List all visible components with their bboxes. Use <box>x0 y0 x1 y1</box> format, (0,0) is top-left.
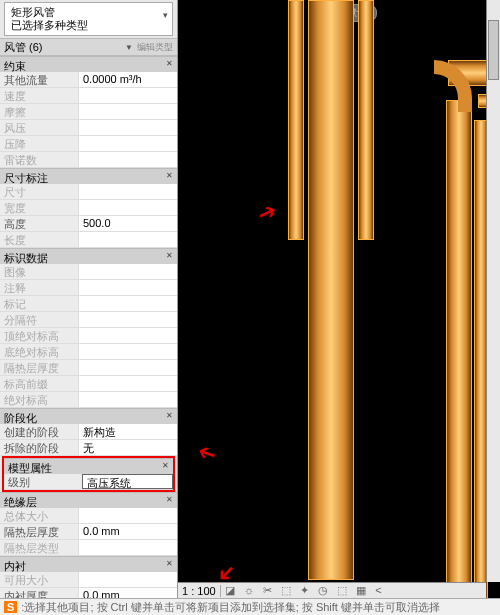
properties-panel: 矩形风管 已选择多种类型 风管 (6) ▼ 编辑类型 约束✕ 其他流量0.000… <box>0 0 178 598</box>
group-phasing[interactable]: 阶段化✕ <box>0 408 177 424</box>
viewport-scrollbar-vertical[interactable] <box>486 0 500 582</box>
group-lining[interactable]: 内衬✕ <box>0 556 177 572</box>
duct-segment[interactable] <box>446 100 472 598</box>
edit-type-button[interactable]: 编辑类型 <box>137 41 173 54</box>
group-constraints[interactable]: 约束✕ <box>0 56 177 72</box>
val-flow[interactable]: 0.0000 m³/h <box>78 72 177 87</box>
duct-segment[interactable] <box>288 0 304 240</box>
group-model[interactable]: 模型属性✕ <box>4 458 173 474</box>
val-height[interactable]: 500.0 <box>78 216 177 231</box>
type-subname: 已选择多种类型 <box>11 19 166 32</box>
view-scale[interactable]: 1 : 100 <box>178 585 221 597</box>
highlighted-group: 模型属性✕ 级别高压系统 <box>2 456 175 492</box>
type-selector[interactable]: 矩形风管 已选择多种类型 <box>4 2 173 36</box>
group-dims[interactable]: 尺寸标注✕ <box>0 168 177 184</box>
status-bar: S :选择其他项目; 按 Ctrl 键并单击可将新项目添加到选择集; 按 Shi… <box>0 598 500 615</box>
val-level[interactable]: 高压系统 <box>82 474 173 489</box>
type-name: 矩形风管 <box>11 6 166 19</box>
status-text: :选择其他项目; 按 Ctrl 键并单击可将新项目添加到选择集; 按 Shift… <box>21 600 440 615</box>
ime-indicator[interactable]: S <box>4 601 17 613</box>
category-label: 风管 (6) <box>4 40 43 55</box>
duct-segment[interactable] <box>308 0 354 580</box>
group-insul[interactable]: 绝缘层✕ <box>0 492 177 508</box>
view-control-bar[interactable]: 1 : 100 ◪ ☼ ✂ ⬚ ✦ ◷ ⬚ ▦ < <box>178 582 486 598</box>
annotation-arrow: ➔ <box>253 197 280 228</box>
duct-segment[interactable] <box>358 0 374 240</box>
annotation-arrow: ➔ <box>194 438 220 469</box>
viewport-3d[interactable]: U39(默认) ➔ ➔ ➔ 1 : 100 ◪ ☼ ✂ ⬚ ✦ ◷ ⬚ ▦ < <box>178 0 500 598</box>
group-iddata[interactable]: 标识数据✕ <box>0 248 177 264</box>
category-row[interactable]: 风管 (6) ▼ 编辑类型 <box>0 38 177 56</box>
view-control-icons[interactable]: ◪ ☼ ✂ ⬚ ✦ ◷ ⬚ ▦ < <box>221 584 389 597</box>
chevron-down-icon: ▼ <box>125 43 133 52</box>
